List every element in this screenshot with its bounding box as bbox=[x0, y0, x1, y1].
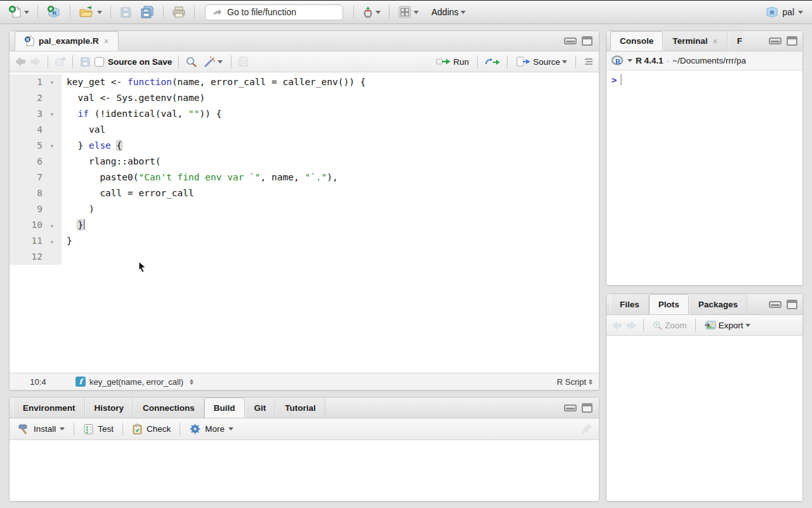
print-button[interactable] bbox=[170, 4, 188, 20]
version-control-caret-icon[interactable] bbox=[376, 11, 381, 14]
code-line[interactable]: 2 val <- Sys.getenv(name) bbox=[10, 90, 599, 106]
line-gutter[interactable]: 3▾ bbox=[10, 106, 62, 122]
zoom-plot-button[interactable]: Zoom bbox=[650, 319, 689, 332]
code-tools-button[interactable] bbox=[201, 55, 225, 69]
fold-down-icon[interactable]: ▾ bbox=[45, 74, 59, 90]
fold-spacer bbox=[45, 170, 59, 185]
code-editor[interactable]: 1▾key_get <- function(name, error_call =… bbox=[10, 72, 599, 373]
build-content[interactable] bbox=[10, 440, 599, 501]
line-gutter[interactable]: 4 bbox=[10, 122, 62, 138]
new-project-button[interactable]: R bbox=[44, 4, 63, 20]
document-outline-icon[interactable] bbox=[582, 57, 594, 67]
popout-window-icon[interactable] bbox=[55, 57, 66, 67]
tab-history[interactable]: History bbox=[85, 398, 134, 418]
fold-spacer bbox=[45, 249, 59, 265]
tab-environment[interactable]: Environment bbox=[13, 398, 85, 418]
code-line[interactable]: 7 paste0("Can't find env var `", name, "… bbox=[10, 170, 599, 185]
export-plot-button[interactable]: Export bbox=[702, 319, 752, 331]
tab-build[interactable]: Build bbox=[204, 398, 245, 418]
previous-plot-icon[interactable] bbox=[612, 321, 622, 330]
tab-close-icon[interactable]: × bbox=[104, 36, 109, 46]
open-recent-caret-icon[interactable] bbox=[97, 11, 102, 14]
install-button[interactable]: Install bbox=[15, 422, 67, 436]
save-all-button[interactable] bbox=[138, 4, 157, 20]
editor-tab-pal-example[interactable]: R pal_example.R × bbox=[15, 31, 119, 51]
save-button[interactable] bbox=[117, 4, 134, 20]
line-gutter[interactable]: 5▾ bbox=[10, 138, 62, 154]
tab-packages[interactable]: Packages bbox=[689, 294, 747, 314]
console-output[interactable]: > bbox=[606, 70, 802, 285]
minimize-pane-icon[interactable] bbox=[769, 37, 782, 44]
line-gutter[interactable]: 9 bbox=[10, 201, 62, 217]
rerun-icon[interactable] bbox=[484, 57, 501, 67]
code-line[interactable]: 1▾key_get <- function(name, error_call =… bbox=[10, 74, 599, 90]
open-file-button[interactable] bbox=[77, 4, 104, 20]
terminal-close-icon[interactable]: × bbox=[713, 36, 718, 46]
code-line[interactable]: 8 call = error_call bbox=[10, 185, 599, 201]
tab-tutorial[interactable]: Tutorial bbox=[275, 398, 325, 418]
fold-down-icon[interactable]: ▾ bbox=[45, 138, 59, 154]
next-plot-icon[interactable] bbox=[626, 321, 637, 330]
code-line[interactable]: 6 rlang::abort( bbox=[10, 154, 599, 170]
tab-files[interactable]: Files bbox=[610, 294, 649, 314]
minimize-pane-icon[interactable] bbox=[769, 301, 782, 308]
code-text: } bbox=[62, 217, 85, 233]
line-gutter[interactable]: 1▾ bbox=[10, 74, 62, 90]
forward-icon[interactable] bbox=[30, 57, 41, 67]
working-directory[interactable]: ~/Documents/rrr/pa bbox=[672, 56, 746, 65]
project-menu-button[interactable]: R pal bbox=[766, 6, 806, 18]
check-button[interactable]: Check bbox=[129, 422, 173, 436]
line-gutter[interactable]: 7 bbox=[10, 170, 62, 185]
tab-git[interactable]: Git bbox=[245, 398, 276, 418]
maximize-pane-icon[interactable] bbox=[787, 36, 797, 46]
plots-content[interactable] bbox=[606, 336, 802, 501]
pane-layout-caret-icon[interactable] bbox=[414, 11, 419, 14]
source-on-save-checkbox[interactable] bbox=[95, 57, 104, 67]
maximize-pane-icon[interactable] bbox=[787, 300, 797, 309]
source-button[interactable]: Source bbox=[514, 55, 569, 68]
svg-text:R: R bbox=[770, 10, 775, 16]
function-context-selector[interactable]: f key_get(name, error_call) bbox=[75, 377, 193, 387]
tab-background-jobs[interactable]: F bbox=[728, 31, 743, 51]
line-gutter[interactable]: 6 bbox=[10, 154, 62, 170]
code-line[interactable]: 11▴} bbox=[10, 233, 599, 249]
maximize-pane-icon[interactable] bbox=[582, 403, 593, 413]
tab-terminal[interactable]: Terminal × bbox=[663, 31, 727, 51]
line-gutter[interactable]: 2 bbox=[10, 90, 62, 106]
code-line[interactable]: 4 val bbox=[10, 122, 599, 138]
fold-down-icon[interactable]: ▾ bbox=[45, 106, 59, 122]
tab-plots[interactable]: Plots bbox=[649, 294, 689, 314]
doc-type-selector[interactable]: R Script bbox=[557, 377, 593, 387]
back-icon[interactable] bbox=[15, 57, 26, 67]
save-file-icon[interactable] bbox=[79, 56, 91, 67]
clear-broom-icon[interactable] bbox=[580, 423, 594, 436]
line-gutter[interactable]: 12 bbox=[10, 249, 62, 265]
minimize-pane-icon[interactable] bbox=[564, 404, 577, 411]
run-button[interactable]: Run bbox=[434, 56, 471, 68]
tab-console[interactable]: Console bbox=[610, 31, 663, 51]
line-gutter[interactable]: 10▴ bbox=[10, 217, 62, 233]
maximize-pane-icon[interactable] bbox=[582, 36, 593, 46]
tab-connections[interactable]: Connections bbox=[133, 398, 204, 418]
code-line[interactable]: 9 ) bbox=[10, 201, 599, 217]
code-line[interactable]: 12 bbox=[10, 249, 599, 265]
new-file-button[interactable] bbox=[6, 4, 31, 20]
line-gutter[interactable]: 8 bbox=[10, 185, 62, 201]
new-file-dropdown-caret-icon[interactable] bbox=[24, 11, 29, 14]
line-gutter[interactable]: 11▴ bbox=[10, 233, 62, 249]
find-replace-icon[interactable] bbox=[185, 56, 197, 68]
version-control-button[interactable] bbox=[360, 4, 383, 20]
minimize-pane-icon[interactable] bbox=[564, 37, 577, 44]
code-line[interactable]: 10▴ } bbox=[10, 217, 599, 233]
code-line[interactable]: 5▾ } else { bbox=[10, 138, 599, 154]
pane-layout-button[interactable] bbox=[396, 4, 421, 20]
test-button[interactable]: Test bbox=[81, 422, 116, 436]
more-button[interactable]: More bbox=[187, 422, 236, 436]
fold-up-icon[interactable]: ▴ bbox=[45, 217, 59, 233]
r-version-caret-icon[interactable] bbox=[627, 59, 632, 62]
fold-up-icon[interactable]: ▴ bbox=[45, 233, 59, 249]
addins-button[interactable]: Addins bbox=[429, 6, 468, 18]
goto-file-function-input[interactable]: Go to file/function bbox=[205, 4, 343, 20]
code-line[interactable]: 3▾ if (!identical(val, "")) { bbox=[10, 106, 599, 122]
compile-report-icon[interactable] bbox=[238, 56, 249, 67]
